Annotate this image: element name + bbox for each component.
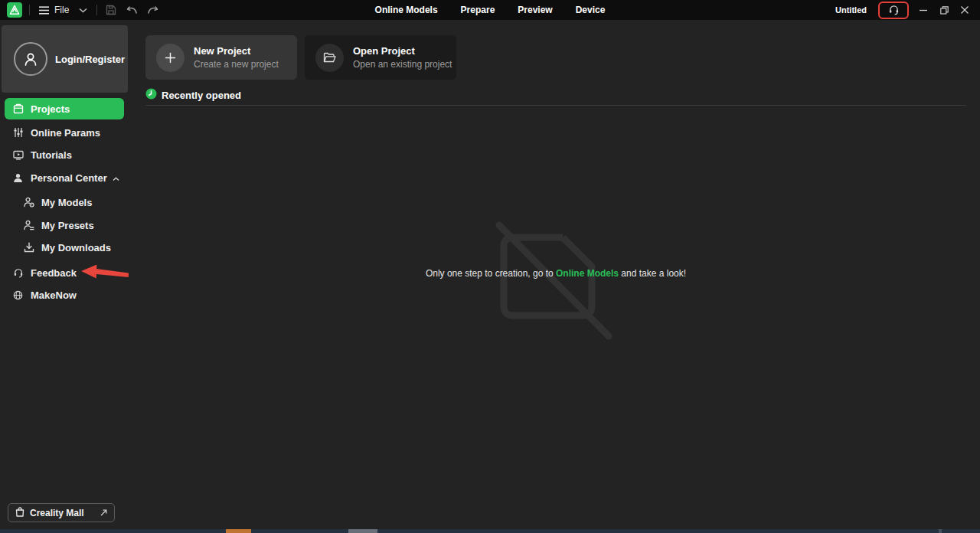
new-project-card[interactable]: New Project Create a new project xyxy=(145,35,297,80)
sidebar-item-projects[interactable]: Projects xyxy=(5,98,124,119)
taskbar-orange-segment xyxy=(226,529,251,533)
recently-opened-header: Recently opened xyxy=(145,88,241,103)
app-logo-icon xyxy=(7,2,22,18)
sidebar-item-makenow[interactable]: MakeNow xyxy=(0,286,132,303)
sliders-icon xyxy=(12,127,24,138)
empty-text-after: and take a look! xyxy=(619,268,686,279)
titlebar-separator xyxy=(29,5,30,15)
main-nav: Online Models Prepare Preview Device xyxy=(375,0,606,20)
sidebar-item-personal-center[interactable]: Personal Center xyxy=(0,169,132,186)
external-link-icon xyxy=(100,508,107,518)
sidebar: Login/Register Projects Online Params Tu… xyxy=(0,20,132,533)
download-icon xyxy=(23,242,34,253)
file-menu-label: File xyxy=(54,5,69,15)
annotation-arrow xyxy=(80,264,131,281)
minimize-button[interactable] xyxy=(917,4,929,16)
titlebar-separator xyxy=(96,5,97,15)
person-icon xyxy=(12,173,24,183)
nav-device[interactable]: Device xyxy=(576,5,606,15)
online-models-link[interactable]: Online Models xyxy=(556,268,619,279)
sidebar-item-label: My Presets xyxy=(41,220,94,231)
chevron-down-icon[interactable] xyxy=(76,3,90,17)
sidebar-item-label: Projects xyxy=(31,103,70,115)
empty-state-icon xyxy=(490,216,616,342)
headset-icon xyxy=(12,268,24,278)
new-project-subtitle: Create a new project xyxy=(194,59,279,70)
title-bar: File Online Models Prepare Preview Devic… xyxy=(0,0,980,20)
tutorials-icon xyxy=(12,150,24,160)
open-folder-icon xyxy=(315,44,344,72)
empty-text-before: Only one step to creation, go to xyxy=(426,268,556,279)
sidebar-item-label: Feedback xyxy=(31,267,77,279)
projects-icon xyxy=(12,103,24,114)
sidebar-item-tutorials[interactable]: Tutorials xyxy=(0,146,132,163)
sidebar-item-label: Tutorials xyxy=(31,149,72,161)
person-gear-icon xyxy=(23,197,34,208)
open-project-title: Open Project xyxy=(353,45,452,57)
empty-state-caption: Only one step to creation, go to Online … xyxy=(145,268,966,279)
close-button[interactable] xyxy=(959,4,971,16)
sidebar-item-label: MakeNow xyxy=(31,289,77,301)
sidebar-item-label: Online Params xyxy=(31,127,100,139)
avatar-icon xyxy=(14,42,47,76)
creality-print-window: File Online Models Prepare Preview Devic… xyxy=(0,0,980,533)
sidebar-item-my-models[interactable]: My Models xyxy=(0,194,132,211)
undo-icon[interactable] xyxy=(125,3,139,17)
sidebar-item-my-presets[interactable]: My Presets xyxy=(0,217,132,234)
clock-icon xyxy=(145,88,157,103)
creality-mall-button[interactable]: Creality Mall xyxy=(8,503,115,522)
shopping-bag-icon xyxy=(15,507,24,519)
new-project-title: New Project xyxy=(194,45,279,57)
save-icon[interactable] xyxy=(104,3,118,17)
globe-icon xyxy=(12,290,24,300)
annotation-highlight-box xyxy=(878,2,909,19)
chevron-up-icon xyxy=(113,172,119,184)
open-project-subtitle: Open an existing project xyxy=(353,59,452,70)
sidebar-item-online-params[interactable]: Online Params xyxy=(0,124,132,141)
person-sliders-icon xyxy=(23,220,34,231)
file-menu-button[interactable]: File xyxy=(37,3,69,17)
nav-online-models[interactable]: Online Models xyxy=(375,5,438,15)
redo-icon[interactable] xyxy=(145,3,159,17)
nav-prepare[interactable]: Prepare xyxy=(461,5,495,15)
document-title: Untitled xyxy=(835,5,867,15)
taskbar-edge xyxy=(0,529,980,533)
sidebar-item-my-downloads[interactable]: My Downloads xyxy=(0,239,132,256)
hamburger-icon xyxy=(37,3,51,17)
headset-feedback-icon[interactable] xyxy=(887,3,900,17)
restore-button[interactable] xyxy=(938,4,950,16)
titlebar-right-group: Untitled xyxy=(835,2,980,19)
titlebar-left-group: File xyxy=(0,0,159,20)
login-register-label: Login/Register xyxy=(55,54,125,65)
sidebar-item-label: My Downloads xyxy=(41,242,111,253)
nav-preview[interactable]: Preview xyxy=(518,5,552,15)
sidebar-item-label: My Models xyxy=(41,197,92,208)
taskbar-gray-segment xyxy=(348,529,377,533)
recently-opened-title: Recently opened xyxy=(162,90,241,101)
login-register-card[interactable]: Login/Register xyxy=(2,25,128,93)
plus-icon xyxy=(156,44,185,72)
creality-mall-label: Creality Mall xyxy=(30,508,84,518)
section-divider xyxy=(145,105,966,106)
open-project-card[interactable]: Open Project Open an existing project xyxy=(305,35,456,80)
sidebar-item-label: Personal Center xyxy=(31,172,107,184)
taskbar-tick-segment xyxy=(939,529,942,533)
